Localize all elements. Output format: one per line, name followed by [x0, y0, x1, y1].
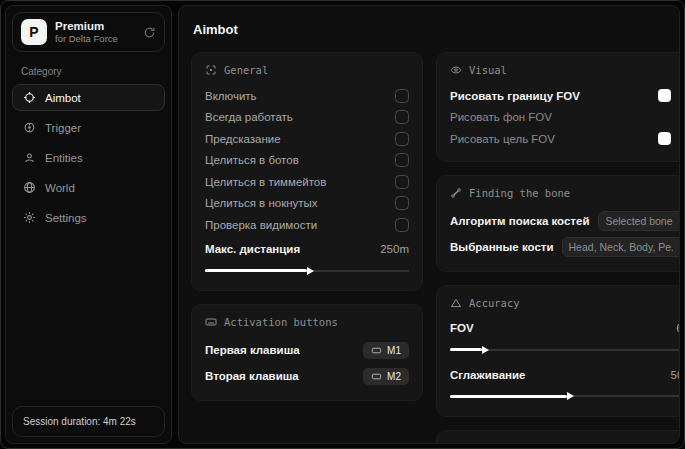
toggle-row-visibility-check: Проверка видимости ✓ [205, 214, 409, 236]
sidebar-item-world[interactable]: World [12, 174, 165, 201]
product-name: Premium [55, 19, 135, 33]
sidebar-item-label: Settings [45, 212, 87, 224]
visual-row-fov-border: Рисовать границу FOV ✓ [450, 85, 680, 107]
general-card: General Включить ✓ Всегда работать ✓ Пре… [191, 52, 423, 291]
sidebar-item-label: Trigger [45, 122, 81, 134]
fov-slider[interactable] [450, 345, 680, 354]
eye-icon [450, 64, 462, 76]
sync-icon[interactable] [143, 26, 156, 39]
accuracy-card: Accuracy FOV 60° Сглаживание 50% [436, 285, 680, 417]
toggle-row-aim-bots: Целиться в ботов ✓ [205, 150, 409, 172]
keybind-button-m2[interactable]: M2 [363, 368, 409, 385]
bone-algorithm-row: Алгоритм поиска костей Selected bone [450, 208, 680, 234]
gear-icon [23, 211, 36, 224]
bone-icon [450, 187, 462, 199]
activation-buttons-card: Activation buttons Первая клавиша M1 Вто… [191, 304, 423, 401]
toggle-row-aim-teammates: Целиться в тиммейтов ✓ [205, 171, 409, 193]
visual-card: Visual Рисовать границу FOV ✓ Рисовать ф… [436, 52, 680, 162]
color-swatch[interactable] [658, 89, 671, 102]
keyboard-icon [205, 316, 217, 328]
smoothing-slider[interactable] [450, 392, 680, 401]
keybind-button-m1[interactable]: M1 [363, 342, 409, 359]
checkbox-aim-teammates[interactable]: ✓ [395, 175, 409, 189]
max-distance-value: 250m [380, 243, 409, 255]
page-title: Aimbot [193, 22, 667, 37]
mouse-key-icon [371, 371, 382, 382]
chevrons-up-down-icon [677, 242, 680, 252]
keybind-row-second: Вторая клавиша M2 [205, 363, 409, 389]
scan-icon [205, 64, 217, 76]
entities-icon [23, 151, 36, 164]
section-header: Switch Delay [469, 442, 545, 445]
section-header: Activation buttons [224, 316, 338, 328]
toggle-row-prediction: Предсказание ✓ [205, 128, 409, 150]
selected-bones-select[interactable]: Head, Neck, Body, Pe... [562, 237, 680, 257]
sidebar-item-label: Aimbot [45, 92, 81, 104]
mouse-key-icon [371, 345, 382, 356]
visual-row-fov-background: Рисовать фон FOV ✓ [450, 107, 680, 129]
session-duration: Session duration: 4m 22s [12, 406, 165, 437]
visual-row-fov-target: Рисовать цель FOV ✓ [450, 128, 680, 150]
checkbox-enable[interactable]: ✓ [395, 89, 409, 103]
bone-algorithm-select[interactable]: Selected bone [598, 211, 680, 231]
section-header: Visual [469, 64, 507, 76]
smoothing-slider-group: Сглаживание 50% [450, 364, 680, 401]
app-logo: P [21, 19, 47, 45]
sidebar-item-label: Entities [45, 152, 83, 164]
max-distance-slider[interactable] [205, 266, 409, 275]
sidebar-item-aimbot[interactable]: Aimbot [12, 84, 165, 111]
brand-card: P Premium for Delta Force [12, 12, 165, 52]
checkbox-always-work[interactable]: ✓ [395, 110, 409, 124]
selected-bones-row: Выбранные кости Head, Neck, Body, Pe... [450, 234, 680, 260]
sidebar-item-settings[interactable]: Settings [12, 204, 165, 231]
chevrons-up-down-icon [677, 216, 680, 226]
section-header: Finding the bone [469, 187, 570, 199]
section-header: General [224, 64, 268, 76]
sidebar-item-trigger[interactable]: Trigger [12, 114, 165, 141]
triangle-icon [450, 297, 462, 309]
fov-value: 60° [676, 322, 680, 334]
sidebar-item-entities[interactable]: Entities [12, 144, 165, 171]
sidebar: P Premium for Delta Force Category Aimbo… [5, 5, 172, 444]
finding-bone-card: Finding the bone Алгоритм поиска костей … [436, 175, 680, 272]
keybind-row-first: Первая клавиша M1 [205, 337, 409, 363]
fov-slider-group: FOV 60° [450, 318, 680, 355]
checkbox-visibility-check[interactable]: ✓ [395, 218, 409, 232]
smoothing-value: 50% [671, 369, 681, 381]
trigger-icon [23, 121, 36, 134]
section-header: Accuracy [469, 297, 520, 309]
checkbox-aim-bots[interactable]: ✓ [395, 153, 409, 167]
sidebar-item-label: World [45, 182, 75, 194]
color-swatch[interactable] [658, 132, 671, 145]
toggle-row-enable: Включить ✓ [205, 85, 409, 107]
max-distance-slider-group: Макс. дистанция 250m [205, 239, 409, 276]
checkbox-prediction[interactable]: ✓ [395, 132, 409, 146]
product-subtitle: for Delta Force [55, 33, 135, 45]
globe-icon [23, 181, 36, 194]
main-panel: Aimbot General Включить ✓ Всегда работат… [178, 5, 680, 444]
category-label: Category [21, 66, 165, 77]
toggle-row-aim-knocked: Целиться в нокнутых ✓ [205, 193, 409, 215]
stopwatch-icon [450, 442, 462, 445]
checkbox-aim-knocked[interactable]: ✓ [395, 196, 409, 210]
switch-delay-card: Switch Delay Задержка переключения ✓ Зад… [436, 430, 680, 445]
toggle-row-always-work: Всегда работать ✓ [205, 107, 409, 129]
crosshair-icon [23, 91, 36, 104]
